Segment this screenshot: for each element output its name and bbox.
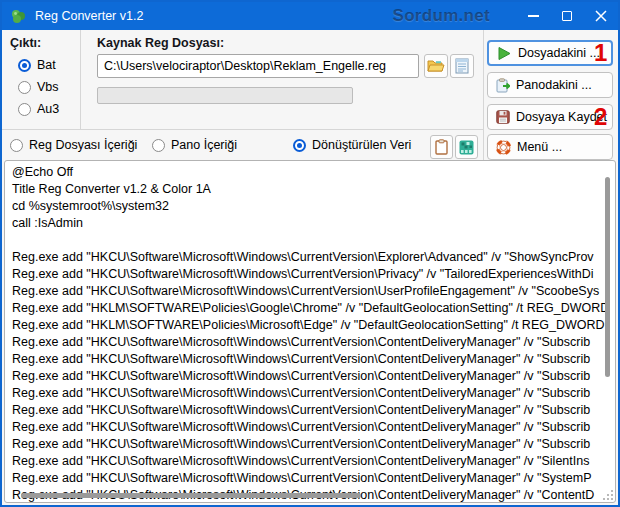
registry-grid-icon — [459, 140, 474, 155]
progress-bar — [97, 87, 353, 104]
converted-output-area[interactable]: @Echo Off Title Reg Converter v1.2 & Col… — [4, 160, 616, 503]
radio-label: Au3 — [37, 102, 59, 116]
resize-grip[interactable] — [604, 491, 613, 500]
radio-label: Pano İçeriği — [171, 138, 237, 152]
output-group-label: Çıktı: — [10, 36, 41, 50]
button-label: Menü ... — [517, 140, 562, 154]
radio-label: Vbs — [37, 80, 59, 94]
divider — [2, 129, 483, 130]
close-icon — [595, 10, 607, 22]
browse-file-button[interactable] — [424, 54, 448, 78]
radio-dot-icon — [10, 139, 23, 152]
copy-to-clipboard-button[interactable] — [430, 135, 453, 159]
vertical-scrollbar-thumb[interactable] — [605, 177, 610, 377]
divider — [483, 30, 484, 160]
reg-converter-window: Reg Converter v1.2 Sordum.net Çıktı: Bat… — [0, 0, 620, 507]
horizontal-scrollbar-thumb[interactable] — [21, 493, 361, 498]
button-label: Panodakini ... — [516, 78, 592, 92]
window-title: Reg Converter v1.2 — [35, 9, 143, 23]
radio-dot-icon — [18, 103, 31, 116]
radio-label: Dönüştürülen Veri — [312, 138, 411, 152]
open-folder-icon — [427, 58, 445, 74]
radio-view-converted[interactable]: Dönüştürülen Veri — [293, 138, 411, 152]
annotation-step-1: 1 — [594, 41, 607, 65]
controls-panel: Çıktı: Bat Vbs Au3 Kaynak Reg Dosyası: — [2, 30, 618, 160]
close-button[interactable] — [592, 7, 610, 25]
radio-dot-icon — [18, 59, 31, 72]
source-path-input[interactable] — [97, 54, 419, 78]
open-in-notepad-button[interactable] — [450, 54, 474, 78]
source-file-label: Kaynak Reg Dosyası: — [97, 36, 224, 50]
window-controls — [524, 2, 610, 30]
save-floppy-icon — [496, 110, 510, 124]
button-label: Dosyadakini ... — [518, 46, 600, 60]
radio-output-bat[interactable]: Bat — [18, 58, 56, 72]
play-icon — [497, 46, 512, 61]
radio-label: Bat — [37, 58, 56, 72]
annotation-step-2: 2 — [594, 105, 607, 129]
maximize-button[interactable] — [558, 7, 576, 25]
title-bar[interactable]: Reg Converter v1.2 Sordum.net — [2, 2, 618, 30]
lifebuoy-icon — [496, 140, 511, 155]
radio-dot-icon — [293, 139, 306, 152]
clipboard-icon — [435, 139, 448, 155]
minimize-icon — [528, 15, 539, 17]
convert-from-clipboard-button[interactable]: Panodakini ... — [487, 72, 613, 98]
watermark: Sordum.net — [393, 6, 490, 26]
radio-label: Reg Dosyası İçeriği — [29, 138, 137, 152]
radio-dot-icon — [18, 81, 31, 94]
minimize-button[interactable] — [524, 7, 542, 25]
radio-view-regfile[interactable]: Reg Dosyası İçeriği — [10, 138, 137, 152]
radio-view-clipboard[interactable]: Pano İçeriği — [152, 138, 237, 152]
maximize-icon — [562, 11, 572, 21]
paste-icon — [496, 78, 510, 93]
converted-output-text[interactable]: @Echo Off Title Reg Converter v1.2 & Col… — [5, 161, 615, 502]
registry-view-button[interactable] — [455, 135, 478, 159]
radio-dot-icon — [152, 139, 165, 152]
app-icon — [10, 8, 27, 25]
notepad-icon — [455, 58, 469, 74]
divider — [80, 30, 81, 129]
menu-button[interactable]: Menü ... — [487, 134, 613, 160]
radio-output-vbs[interactable]: Vbs — [18, 80, 59, 94]
radio-output-au3[interactable]: Au3 — [18, 102, 59, 116]
